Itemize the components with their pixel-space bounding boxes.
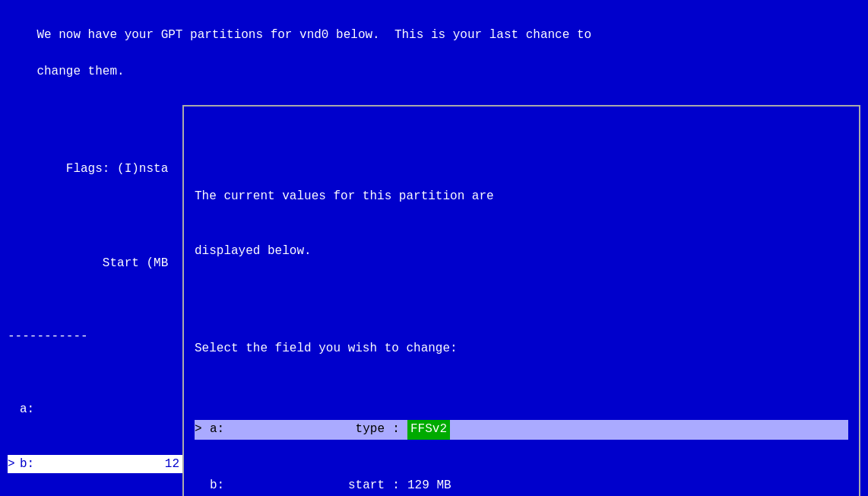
arrow-a [8,400,20,418]
dialog-prompt: Select the field you wish to change: [195,339,848,358]
dialog-row-a[interactable]: >a: type : FFSv2 [195,420,848,440]
row-sep-a: : [385,420,407,440]
flags-line: Flags: (I)nsta [8,141,182,196]
dialog-header: The current values for this partition ar… [195,151,848,297]
partition-a[interactable]: a: [8,400,182,418]
separator-top: ----------- [8,327,182,345]
left-panel: Flags: (I)nsta Start (MB ----------- a: … [8,105,182,496]
value-a [172,400,182,418]
row-label-a: type [233,420,385,440]
row-arrow-a: > [195,420,210,440]
row-key-a: a: [210,420,233,440]
dialog-header-line1: The current values for this partition ar… [195,187,848,205]
main-container: We now have your GPT partitions for vnd0… [0,0,868,496]
partition-b[interactable]: > b: 12 [8,455,182,473]
label-b: b: [20,455,100,473]
value-b: 12 [100,455,182,473]
row-value-a: FFSv2 [407,420,450,440]
label-a: a: [20,400,172,418]
arrow-b: > [8,455,20,473]
right-panel: The current values for this partition ar… [182,105,860,496]
dialog-row-b[interactable]: b: start : 129 MB [195,476,848,496]
top-text: We now have your GPT partitions for vnd0… [8,8,860,99]
start-header: Start (MB [8,236,182,291]
dialog-header-line2: displayed below. [195,242,848,260]
